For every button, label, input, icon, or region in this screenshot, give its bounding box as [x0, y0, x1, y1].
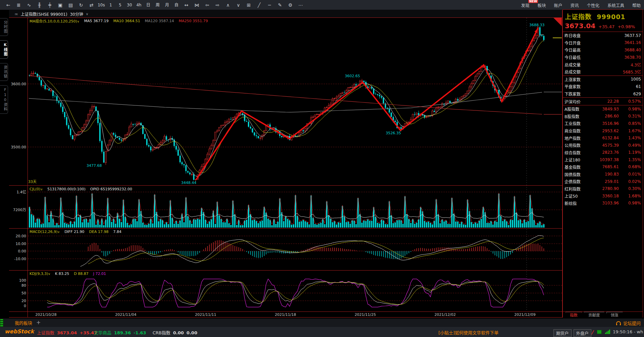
quote-tab-领涨[interactable]: 领涨 — [606, 312, 623, 318]
quote-row-label: 上证180 — [565, 157, 593, 162]
quote-row-value: 4575.39 — [593, 143, 619, 148]
account-buttons: 期货户外盘户 — [553, 329, 593, 337]
quote-row-pct: 1.19% — [619, 150, 641, 155]
svg-text:2021/11/04: 2021/11/04 — [115, 312, 136, 317]
menu-item-资讯[interactable]: 资讯 — [570, 2, 579, 8]
quote-row-value: 22.28 — [593, 99, 619, 104]
ma-value: MA120 3587.14 — [145, 19, 174, 23]
quote-row[interactable]: 总成交额5685.3亿 — [563, 68, 643, 76]
quote-row[interactable]: 上涨家数1005 — [563, 76, 643, 83]
quote-row[interactable]: B股指数286.600.31% — [563, 113, 643, 120]
quote-tab-贡献度[interactable]: 贡献度 — [584, 312, 604, 318]
signal-strength-icon — [605, 329, 610, 334]
quote-row[interactable]: A股指数3849.930.98% — [563, 105, 643, 113]
quote-row-pct: 1.67% — [619, 129, 641, 133]
quote-row-label: 沪深均价 — [565, 99, 593, 104]
keyboard-icon[interactable] — [597, 330, 602, 335]
menu-item-个性化[interactable]: 个性化 — [587, 2, 599, 8]
quote-tab-指数[interactable]: 指数 — [566, 312, 582, 318]
webstock-logo: webStock — [5, 328, 34, 335]
quote-row[interactable]: 综合指数2823.761.19% — [563, 149, 643, 156]
quote-row-value: 3849.93 — [593, 107, 619, 111]
quote-row[interactable]: 商业指数2953.621.67% — [563, 127, 643, 135]
bottom-tab-bar: 我的板块 + 论坛提问 — [0, 318, 644, 327]
ma-value: MA10 3664.51 — [113, 19, 140, 23]
quote-row[interactable]: 企债指数259.010.02% — [563, 178, 643, 185]
quote-row-pct: 0.49% — [619, 143, 641, 148]
quote-price-row: 3673.04 +35.47 +0.98% — [563, 21, 643, 32]
cjl-label[interactable]: CJL(0)∨ — [30, 187, 43, 191]
quote-row-value: 3103.96 — [593, 201, 619, 205]
status-ticker-文华商品: 文华商品189.36-1.63 — [94, 329, 149, 336]
quote-index-section: A股指数3849.930.98%B股指数286.600.31%工业指数3516.… — [563, 105, 643, 207]
quote-breadth-section: 上涨家数1005平盘家数61下跌家数629 — [563, 76, 643, 98]
quote-row-label: 总成交量 — [565, 62, 631, 67]
svg-text:2021/12/02: 2021/12/02 — [434, 312, 455, 317]
quote-row[interactable]: 今日最低3638.70 — [563, 54, 643, 61]
svg-text:3477.68: 3477.68 — [87, 163, 102, 168]
account-button-期货户[interactable]: 期货户 — [553, 329, 572, 337]
macd-dea-value: DEA 17.98 — [89, 230, 109, 234]
quote-row-label: 下跌家数 — [565, 91, 633, 97]
kdj-label[interactable]: KDJ(9,3,3)∨ — [30, 272, 50, 276]
quote-panel-tabs: 指数贡献度领涨 — [563, 311, 643, 318]
quote-row[interactable]: 平盘家数61 — [563, 83, 643, 90]
quote-row[interactable]: 新综指3103.960.98% — [563, 200, 643, 207]
quote-row-label: 国债指数 — [565, 172, 593, 177]
quote-row[interactable]: 总成交量4.3亿 — [563, 61, 643, 68]
quote-row[interactable]: 今日最高3688.40 — [563, 46, 643, 54]
quote-row[interactable]: 国债指数190.830.01% — [563, 171, 643, 178]
quote-row[interactable]: 地产指数6132.841.43% — [563, 134, 643, 142]
quote-row[interactable]: 下跌家数629 — [563, 90, 643, 98]
chevron-down-icon: ∨ — [58, 230, 60, 234]
macd-label[interactable]: MACD(12,26,9)∨ — [30, 230, 60, 234]
macd-indicator-bar: MACD(12,26,9)∨ DIFF 21.90 DEA 17.98 7.84 — [30, 229, 121, 234]
menu-item-帮助[interactable]: 帮助 — [632, 2, 641, 8]
opid-value: OPID 65195999232.00 — [90, 187, 132, 191]
ma-indicator-bar: MA组合(5,10,0,0,120,250)∨ MA5 3677.19MA10 … — [30, 18, 208, 23]
svg-text:2021/10/28: 2021/10/28 — [35, 312, 56, 317]
quote-row[interactable]: 今日开盘3641.16 — [563, 39, 643, 47]
quote-row[interactable]: 工业指数3516.960.85% — [563, 120, 643, 127]
my-board-tab[interactable]: 我的板块 — [13, 320, 34, 328]
macd-hist-value: 7.84 — [113, 230, 121, 234]
quote-row[interactable]: 沪深均价22.280.57% — [563, 98, 643, 105]
menu-item-系统工具[interactable]: 系统工具 — [607, 2, 624, 8]
kline-chart-canvas[interactable]: 3600.003500.001.4亿7200万20.0010.000.00-10… — [0, 0, 562, 318]
svg-text:2021/12/09: 2021/12/09 — [514, 312, 535, 317]
quote-row-value: 7685.61 — [593, 164, 619, 169]
quote-row[interactable]: 红利指数2780.900.30% — [563, 185, 643, 192]
ma-group-label[interactable]: MA组合(5,10,0,0,120,250)∨ — [30, 18, 79, 23]
svg-text:2021/11/25: 2021/11/25 — [355, 312, 376, 317]
account-button-外盘户[interactable]: 外盘户 — [574, 329, 592, 337]
forum-link[interactable]: 论坛提问 — [616, 320, 641, 326]
quote-row-label: 地产指数 — [565, 135, 593, 141]
tip-link[interactable]: [小贴士]如何使用文华软件下单 — [438, 329, 498, 336]
ticker-label: CRB指数 — [153, 330, 170, 335]
quote-row[interactable]: 公用指数4575.390.49% — [563, 142, 643, 149]
svg-text:33天: 33天 — [28, 180, 37, 184]
quote-row-pct: 0.01% — [619, 172, 641, 177]
svg-text:3448.44: 3448.44 — [181, 181, 197, 185]
quote-row[interactable]: 基金指数7685.610.68% — [563, 163, 643, 171]
price-change-pct: +0.98% — [618, 24, 635, 29]
ticker-change: -1.63 — [133, 330, 146, 335]
quote-panel: 上证指数 999001 3673.04 +35.47 +0.98% 昨日收盘36… — [562, 9, 643, 318]
quote-row[interactable]: 上证18010397.381.35% — [563, 156, 643, 163]
headphone-icon — [616, 321, 621, 326]
quote-row-label: 上涨家数 — [565, 77, 631, 82]
ticker-value: 3673.04 — [57, 330, 77, 335]
status-bar: webStock 上证指数3673.04+35.47文华商品189.36-1.6… — [0, 327, 644, 337]
quote-row[interactable]: 昨日收盘3637.57 — [563, 32, 643, 39]
quote-row-label: 今日最低 — [565, 54, 624, 60]
add-board-button[interactable]: + — [36, 319, 41, 326]
quote-row-pct: 1.43% — [619, 136, 641, 140]
svg-text:20.00: 20.00 — [16, 234, 26, 238]
chevron-down-icon: ∨ — [77, 20, 79, 23]
quote-row[interactable]: 上证503360.181.68% — [563, 192, 643, 200]
quote-row-value: 3688.40 — [624, 48, 641, 52]
quote-row-label: 总成交额 — [565, 69, 623, 75]
quote-row-value: 5685.3亿 — [623, 69, 641, 75]
quote-row-label: 红利指数 — [565, 186, 593, 192]
signal-bar — [606, 332, 607, 334]
